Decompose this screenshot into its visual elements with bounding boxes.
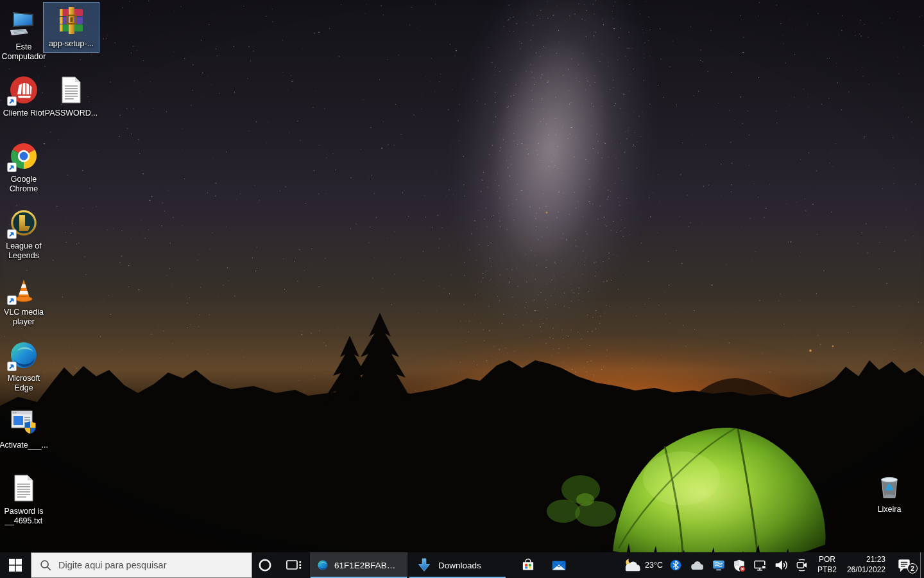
desktop-icon-label: app-setup-... — [49, 39, 94, 49]
desktop-icon-lixeira[interactable]: Lixeira — [861, 468, 918, 518]
desktop-icon-label: Activate___... — [0, 441, 48, 450]
action-center-button[interactable]: 2 — [891, 552, 920, 578]
text-document-icon — [56, 74, 87, 105]
microsoft-store-button[interactable] — [513, 552, 543, 578]
shortcut-arrow-icon — [7, 362, 17, 371]
desktop-icon-label: Cliente Riot — [3, 109, 45, 118]
desktop-icon-league-of-legends[interactable]: League of Legends — [0, 204, 52, 265]
desktop-icon-label: Lixeira — [878, 505, 902, 514]
start-button[interactable] — [0, 552, 31, 578]
keyboard-layout: PTB2 — [817, 565, 837, 575]
clock[interactable]: 21:23 26/01/2022 — [842, 552, 891, 578]
language-code: POR — [817, 555, 837, 565]
winrar-archive-icon — [56, 5, 87, 36]
shortcut-arrow-icon — [7, 229, 17, 239]
cortana-icon — [257, 557, 273, 573]
windows-desktop: Este Computador app-setup-... Cliente Ri… — [0, 0, 924, 578]
bluetooth-icon — [669, 557, 682, 573]
task-view-icon — [284, 557, 302, 574]
remote-desktop-tray-button[interactable] — [708, 552, 729, 578]
desktop-icon-activate[interactable]: Activate___... — [0, 403, 52, 454]
taskbar-window-edge[interactable]: 61F1E2BFABF3E-Wi... — [310, 552, 407, 578]
volume-tray-button[interactable] — [770, 552, 792, 578]
text-document-icon — [8, 473, 39, 504]
shortcut-arrow-icon — [7, 96, 17, 106]
security-shield-alert-icon — [732, 558, 746, 572]
mail-button[interactable] — [543, 552, 574, 578]
desktop-icon-label: Pasword is __4695.txt — [0, 507, 50, 526]
desktop-icon-label: PASSWORD... — [45, 109, 98, 118]
search-icon — [38, 558, 53, 572]
desktop-icon-microsoft-edge[interactable]: Microsoft Edge — [0, 337, 52, 397]
weather-icon — [621, 557, 643, 574]
taskbar: 61F1E2BFABF3E-Wi... Downloads 23°C — [0, 552, 924, 578]
volume-icon — [773, 557, 789, 573]
windows-security-tray-button[interactable] — [729, 552, 749, 578]
ethernet-network-icon — [753, 558, 767, 572]
remote-desktop-icon — [712, 558, 726, 572]
desktop-icon-pasword-txt[interactable]: Pasword is __4695.txt — [0, 469, 52, 530]
meet-now-camera-icon — [795, 557, 809, 573]
downloads-arrow-icon — [416, 557, 432, 574]
notification-count-badge: 2 — [907, 563, 918, 574]
time-label: 21:23 — [847, 555, 886, 565]
desktop-icon-label: VLC media player — [0, 308, 50, 327]
microsoft-store-icon — [520, 557, 536, 574]
recycle-bin-icon — [874, 471, 905, 502]
edge-icon — [317, 557, 329, 573]
shortcut-arrow-icon — [7, 162, 17, 172]
desktop-icon-vlc[interactable]: VLC media player — [0, 270, 52, 331]
network-tray-button[interactable] — [749, 552, 770, 578]
this-pc-icon — [8, 8, 39, 39]
date-label: 26/01/2022 — [847, 565, 886, 575]
vignette — [0, 0, 924, 578]
desktop-icon-label: League of Legends — [0, 241, 50, 261]
taskbar-window-downloads[interactable]: Downloads — [409, 552, 506, 578]
shortcut-arrow-icon — [7, 295, 17, 305]
desktop-icon-app-setup[interactable]: app-setup-... — [43, 2, 99, 53]
search-input[interactable] — [58, 560, 244, 570]
temperature-label: 23°C — [645, 561, 663, 570]
language-indicator[interactable]: POR PTB2 — [812, 552, 842, 578]
system-tray: 23°C P — [618, 552, 924, 578]
weather-tray-button[interactable]: 23°C — [618, 552, 666, 578]
cortana-button[interactable] — [252, 552, 278, 578]
mail-icon — [551, 557, 567, 574]
bluetooth-tray-button[interactable] — [666, 552, 685, 578]
task-view-button[interactable] — [278, 552, 309, 578]
show-desktop-button[interactable] — [920, 552, 924, 578]
desktop-icon-label: Google Chrome — [0, 175, 50, 194]
meet-now-tray-button[interactable] — [792, 552, 812, 578]
taskbar-search[interactable] — [31, 552, 252, 578]
desktop-icon-password-doc[interactable]: PASSWORD... — [43, 71, 99, 122]
windows-logo-icon — [7, 557, 24, 574]
activate-script-icon — [8, 407, 39, 437]
desktop-icon-google-chrome[interactable]: Google Chrome — [0, 137, 52, 198]
taskbar-window-label: Downloads — [438, 561, 481, 570]
onedrive-cloud-icon — [689, 559, 705, 572]
desktop-icon-label: Microsoft Edge — [0, 374, 50, 393]
onedrive-tray-button[interactable] — [685, 552, 708, 578]
taskbar-window-label: 61F1E2BFABF3E-Wi... — [334, 561, 400, 570]
